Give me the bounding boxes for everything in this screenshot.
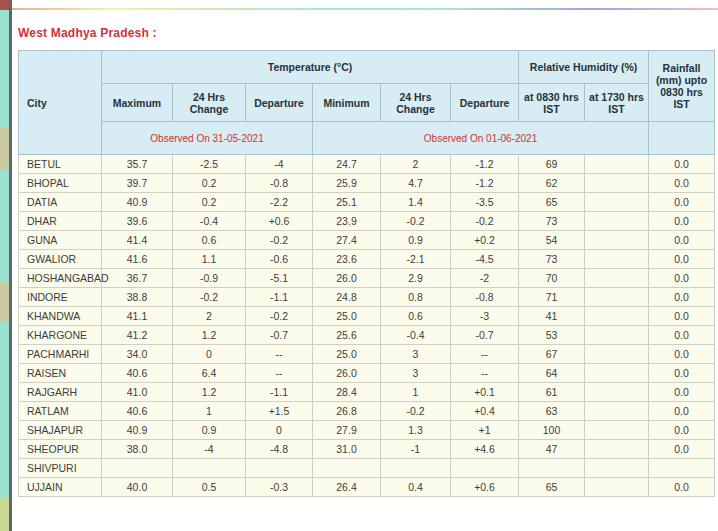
- city-cell: SHEOPUR: [19, 440, 102, 459]
- value-cell: 0.5: [173, 478, 246, 497]
- value-cell: [585, 440, 649, 459]
- value-cell: --: [451, 364, 519, 383]
- value-cell: [381, 459, 451, 478]
- value-cell: [585, 174, 649, 193]
- value-cell: 65: [519, 193, 585, 212]
- humidity-1730-header: at 1730 hrs IST: [585, 84, 649, 122]
- value-cell: -4: [173, 440, 246, 459]
- value-cell: 0.2: [173, 174, 246, 193]
- value-cell: 73: [519, 212, 585, 231]
- value-cell: 0.6: [173, 231, 246, 250]
- observed-date-left: Observed On 31-05-2021: [102, 122, 313, 155]
- value-cell: [585, 345, 649, 364]
- value-cell: -0.9: [173, 269, 246, 288]
- city-cell: KHARGONE: [19, 326, 102, 345]
- value-cell: [585, 231, 649, 250]
- value-cell: 1.4: [381, 193, 451, 212]
- value-cell: 38.8: [102, 288, 173, 307]
- city-cell: RAISEN: [19, 364, 102, 383]
- value-cell: -0.2: [451, 212, 519, 231]
- header-sub-row: Maximum 24 Hrs Change Departure Minimum …: [19, 84, 715, 122]
- min-change-header: 24 Hrs Change: [381, 84, 451, 122]
- value-cell: 0.0: [649, 174, 715, 193]
- value-cell: -0.6: [246, 250, 313, 269]
- table-row: GWALIOR41.61.1-0.623.6-2.1-4.5730.0: [19, 250, 715, 269]
- value-cell: 0.9: [173, 421, 246, 440]
- table-row: UJJAIN40.00.5-0.326.40.4+0.6650.0: [19, 478, 715, 497]
- value-cell: 0.0: [649, 345, 715, 364]
- value-cell: 23.6: [313, 250, 381, 269]
- value-cell: [585, 250, 649, 269]
- table-row: SHEOPUR38.0-4-4.831.0-1+4.6470.0: [19, 440, 715, 459]
- value-cell: 0.0: [649, 288, 715, 307]
- value-cell: 2.9: [381, 269, 451, 288]
- value-cell: -0.3: [246, 478, 313, 497]
- value-cell: 26.0: [313, 269, 381, 288]
- table-row: KHARGONE41.21.2-0.725.6-0.4-0.7530.0: [19, 326, 715, 345]
- city-cell: GUNA: [19, 231, 102, 250]
- value-cell: 62: [519, 174, 585, 193]
- value-cell: -0.4: [173, 212, 246, 231]
- value-cell: 41.1: [102, 307, 173, 326]
- value-cell: -0.2: [381, 212, 451, 231]
- value-cell: [585, 269, 649, 288]
- value-cell: [585, 288, 649, 307]
- table-row: GUNA41.40.6-0.227.40.9+0.2540.0: [19, 231, 715, 250]
- value-cell: [585, 326, 649, 345]
- value-cell: [102, 459, 173, 478]
- value-cell: 36.7: [102, 269, 173, 288]
- value-cell: +0.4: [451, 402, 519, 421]
- value-cell: 0.6: [381, 307, 451, 326]
- strip-mark-1: [0, 128, 9, 170]
- value-cell: -2.5: [173, 155, 246, 174]
- table-header: City Temperature (°C) Relative Humidity …: [19, 51, 715, 155]
- value-cell: 25.0: [313, 345, 381, 364]
- value-cell: 40.0: [102, 478, 173, 497]
- table-row: DATIA40.90.2-2.225.11.4-3.5650.0: [19, 193, 715, 212]
- value-cell: --: [246, 364, 313, 383]
- city-cell: PACHMARHI: [19, 345, 102, 364]
- value-cell: -3: [451, 307, 519, 326]
- strip-mark-bottom: [0, 498, 9, 531]
- value-cell: 41.2: [102, 326, 173, 345]
- value-cell: -1: [381, 440, 451, 459]
- value-cell: 6.4: [173, 364, 246, 383]
- value-cell: 25.6: [313, 326, 381, 345]
- value-cell: 0: [173, 345, 246, 364]
- value-cell: 1: [381, 383, 451, 402]
- table-body: BETUL35.7-2.5-424.72-1.2690.0BHOPAL39.70…: [19, 155, 715, 497]
- value-cell: [585, 364, 649, 383]
- value-cell: -3.5: [451, 193, 519, 212]
- value-cell: [585, 402, 649, 421]
- table-row: RAISEN40.66.4--26.03--640.0: [19, 364, 715, 383]
- value-cell: +0.1: [451, 383, 519, 402]
- value-cell: 27.4: [313, 231, 381, 250]
- value-cell: 100: [519, 421, 585, 440]
- strip-divider-line: [9, 0, 12, 531]
- max-change-header: 24 Hrs Change: [173, 84, 246, 122]
- city-cell: UJJAIN: [19, 478, 102, 497]
- city-cell: SHAJAPUR: [19, 421, 102, 440]
- value-cell: 54: [519, 231, 585, 250]
- table-row: INDORE38.8-0.2-1.124.80.8-0.8710.0: [19, 288, 715, 307]
- observed-rainfall-blank: [649, 122, 715, 155]
- value-cell: [585, 193, 649, 212]
- value-cell: -2: [451, 269, 519, 288]
- value-cell: 25.0: [313, 307, 381, 326]
- value-cell: 1.2: [173, 326, 246, 345]
- value-cell: [585, 212, 649, 231]
- value-cell: 1.1: [173, 250, 246, 269]
- value-cell: -0.7: [246, 326, 313, 345]
- region-title: West Madhya Pradesh :: [18, 26, 715, 40]
- table-row: SHAJAPUR40.90.9027.91.3+11000.0: [19, 421, 715, 440]
- city-cell: BETUL: [19, 155, 102, 174]
- value-cell: 0.0: [649, 326, 715, 345]
- decorative-gradient-rule: [12, 8, 718, 10]
- table-row: HOSHANGABAD36.7-0.9-5.126.02.9-2700.0: [19, 269, 715, 288]
- city-cell: GWALIOR: [19, 250, 102, 269]
- value-cell: 41.0: [102, 383, 173, 402]
- value-cell: 1.2: [173, 383, 246, 402]
- value-cell: 1: [173, 402, 246, 421]
- value-cell: 0.0: [649, 440, 715, 459]
- value-cell: 0.0: [649, 402, 715, 421]
